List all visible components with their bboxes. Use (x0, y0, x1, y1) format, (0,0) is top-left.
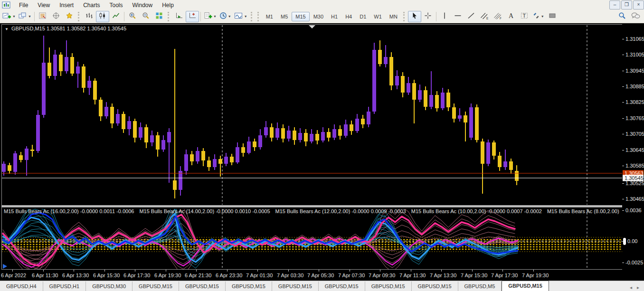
timeframe-d1-button[interactable]: D1 (356, 12, 370, 21)
dropdown-arrow-icon[interactable]: ▼ (228, 15, 231, 18)
menu-item-tools[interactable]: Tools (105, 1, 128, 9)
crosshair-button[interactable] (421, 11, 435, 22)
chart-tab-4[interactable]: GBPUSD,M15 (133, 282, 179, 291)
zoom-out-button[interactable] (139, 11, 152, 22)
menu-item-view[interactable]: View (33, 1, 55, 9)
price-axis[interactable]: 1.310651.310051.309451.308851.308251.307… (622, 23, 644, 281)
tab-scroll-left-icon[interactable]: ◂ (630, 285, 632, 290)
candle-body (464, 115, 467, 122)
data-window-button[interactable] (49, 11, 63, 22)
vline-icon (442, 12, 447, 21)
candle-body (372, 50, 376, 112)
dropdown-arrow-icon[interactable]: ▼ (28, 15, 31, 18)
text-button[interactable]: A (504, 11, 518, 22)
chart-tab-9[interactable]: GBPUSD,M15 (365, 282, 412, 291)
time-tick (472, 270, 473, 272)
vertical-line-button[interactable] (438, 11, 451, 22)
timeframe-m5-button[interactable]: M5 (277, 12, 292, 21)
crosshair-icon (424, 12, 432, 21)
candle-body (110, 107, 114, 123)
chart-tab-5[interactable]: GBPUSD,M15 (179, 282, 226, 291)
dropdown-arrow-icon[interactable]: ▼ (213, 15, 217, 18)
candle-body (481, 141, 484, 164)
line-chart-button[interactable] (109, 11, 123, 22)
auto-scroll-button[interactable] (172, 11, 186, 22)
toolbar-separator (200, 12, 201, 21)
fibonacci-button[interactable]: F (491, 11, 504, 22)
candlestick-chart-button[interactable] (96, 11, 109, 22)
candle-body (327, 132, 331, 138)
candle-body (458, 115, 462, 119)
chart-tab-1[interactable]: GBPUSD,H4 (0, 282, 43, 291)
indicators-button[interactable]: ▼ (233, 11, 249, 22)
zoomin-icon (129, 12, 136, 21)
tile-windows-button[interactable] (152, 11, 166, 22)
text-label-button[interactable]: T (518, 11, 531, 22)
chart-tab-12[interactable]: GBPUSD,M15 (502, 281, 549, 291)
menu-item-charts[interactable]: Charts (78, 1, 104, 9)
restore-button[interactable]: ❐ (621, 0, 632, 9)
time-tick-label: 7 Apr 17:30 (491, 272, 518, 278)
timeframe-m15-button[interactable]: M15 (292, 12, 309, 21)
profiles-button[interactable]: ▼ (17, 11, 33, 22)
chart-tab-8[interactable]: GBPUSD,M15 (319, 282, 365, 291)
candle-body (304, 133, 308, 141)
tline-icon (467, 12, 475, 21)
trendline-button[interactable] (464, 11, 478, 22)
search-button[interactable] (616, 11, 629, 22)
candle-body (47, 63, 51, 76)
zoom-in-button[interactable] (126, 11, 139, 22)
menu-item-file[interactable]: File (14, 1, 33, 9)
timeframe-w1-button[interactable]: W1 (370, 12, 386, 21)
chart-tab-2[interactable]: GBPUSD,H1 (43, 282, 86, 291)
chart-tab-3[interactable]: GBPUSD,M30 (86, 282, 133, 291)
candle-body (207, 160, 211, 167)
horizontal-line-button[interactable] (451, 11, 464, 22)
market-watch-button[interactable] (36, 11, 49, 22)
bar-chart-button[interactable] (83, 11, 96, 22)
chart-shift-button[interactable] (186, 11, 199, 22)
expert-advisors-button[interactable]: ▼ (218, 11, 233, 22)
minimize-button[interactable]: – (609, 0, 620, 9)
toolbar-right-group (616, 11, 642, 22)
bulls-bears-indicator-chart[interactable] (2, 209, 622, 269)
new-order-button[interactable]: ▼ (202, 11, 218, 22)
chart-tab-7[interactable]: GBPUSD,M15 (272, 282, 319, 291)
price-tick (622, 102, 624, 103)
timeframe-h4-button[interactable]: H4 (341, 12, 356, 21)
tab-scroll-right-icon[interactable]: ▸ (637, 285, 639, 290)
time-axis[interactable]: 6 Apr 20226 Apr 11:306 Apr 13:306 Apr 15… (0, 270, 644, 281)
arrows-button[interactable]: ▼ (531, 11, 546, 22)
dropdown-arrow-icon[interactable]: ▼ (541, 15, 544, 18)
navigator-icon (66, 12, 73, 21)
close-button[interactable]: × (633, 0, 644, 9)
time-tick (350, 270, 350, 272)
indicator-scroll-arrow-icon[interactable] (3, 264, 7, 269)
timeframe-m30-button[interactable]: M30 (310, 12, 327, 21)
menu-item-help[interactable]: Help (157, 1, 179, 9)
new-chart-button[interactable]: ▼ (1, 11, 17, 22)
chart-title-collapse-icon[interactable]: ▼ (5, 27, 9, 31)
candle-body (184, 154, 188, 171)
bid-price-box: 1.30545 (623, 175, 644, 181)
equidistant-channel-button[interactable]: E (478, 11, 491, 22)
menu-item-insert[interactable]: Insert (55, 1, 78, 9)
timeframe-mn-button[interactable]: MN (386, 12, 401, 21)
cursor-button[interactable] (408, 11, 421, 22)
dropdown-arrow-icon[interactable]: ▼ (244, 15, 247, 18)
indicator-tick-label: 0.00 (627, 238, 637, 244)
navigator-button[interactable] (63, 11, 76, 22)
chart-tab-6[interactable]: GBPUSD,M15 (226, 282, 272, 291)
candle-body (293, 131, 296, 140)
candlestick-chart[interactable] (2, 25, 622, 205)
menu-item-window[interactable]: Window (128, 1, 158, 9)
candle-body (281, 128, 285, 139)
dropdown-arrow-icon[interactable]: ▼ (12, 15, 16, 18)
candle-body (475, 107, 479, 140)
chart-tab-11[interactable]: GBPUSD,M5 (458, 282, 502, 291)
timeframe-h1-button[interactable]: H1 (327, 12, 341, 21)
community-button[interactable] (629, 11, 642, 22)
chart-tab-10[interactable]: GBPUSD,M15 (412, 282, 458, 291)
timeframe-m1-button[interactable]: M1 (262, 12, 277, 21)
rectangle-button[interactable] (546, 11, 559, 22)
